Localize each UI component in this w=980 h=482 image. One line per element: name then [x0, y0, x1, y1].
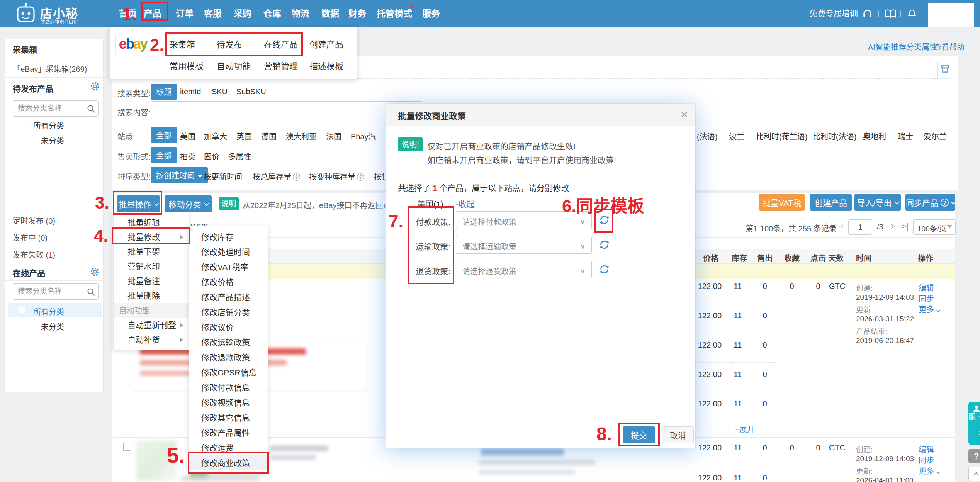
pagination-first-button[interactable]: |< — [825, 222, 832, 231]
menu-item-pending[interactable]: 待发布 — [217, 37, 242, 50]
store-filter-button[interactable] — [937, 61, 953, 77]
gear-icon[interactable] — [90, 266, 100, 277]
nav-item-services[interactable]: 服务 — [422, 0, 440, 27]
help-circle-icon[interactable]: ? — [293, 173, 300, 181]
submenu-modify-business-policy[interactable]: 修改商业政策 — [189, 455, 268, 470]
import-export-button[interactable]: 导入/导出 — [854, 194, 901, 211]
site-ebay-motors[interactable]: Ebay汽 — [351, 131, 376, 142]
sync-link[interactable]: 同步 — [919, 454, 934, 465]
sidebar-tree-all-categories-online[interactable]: 所有分类 — [33, 306, 64, 317]
sidebar-tree-uncategorized-online[interactable]: 未分类 — [41, 321, 64, 332]
online-category-search-input[interactable] — [13, 283, 99, 300]
search-type-title-chip[interactable]: 标题 — [151, 84, 177, 100]
cancel-button[interactable]: 取消 — [662, 426, 694, 443]
search-icon[interactable] — [87, 104, 96, 114]
sidebar-item-publishing[interactable]: 发布中 (0) — [13, 232, 48, 243]
pagination-page-input[interactable] — [848, 219, 872, 235]
sync-link[interactable]: 同步 — [919, 293, 934, 304]
sort-total-stock[interactable]: 按总库存量? — [253, 171, 300, 182]
tree-collapse-toggle[interactable]: − — [19, 307, 25, 313]
sidebar-item-ebay-collect[interactable]: 「eBay」采集箱(269) — [13, 63, 87, 74]
sidebar-tree-uncategorized[interactable]: 未分类 — [41, 135, 64, 146]
nav-item-finance[interactable]: 财务 — [348, 0, 366, 27]
menu-item-marketing[interactable]: 营销管理 — [264, 59, 298, 71]
submenu-modify-vat[interactable]: 修改VAT税率 — [189, 260, 268, 275]
submenu-modify-handling-time[interactable]: 修改处理时间 — [189, 244, 268, 260]
site-all-chip[interactable]: 全部 — [151, 127, 177, 143]
menu-item-batch-modify[interactable]: 批量修改 — [114, 230, 189, 244]
sidebar-item-publish-failed[interactable]: 发布失败 (1) — [13, 249, 55, 260]
site-france[interactable]: 法国 — [326, 131, 341, 142]
sync-template-icon[interactable] — [599, 264, 610, 275]
bell-icon[interactable] — [907, 8, 917, 19]
menu-item-watermark[interactable]: 营销水印 — [114, 259, 189, 274]
view-help-link[interactable]: 查看帮助 — [934, 41, 965, 52]
menu-item-batch-delete[interactable]: 批量删除 — [114, 289, 189, 303]
training-link[interactable]: 免费专属培训 — [809, 0, 858, 27]
site-austria[interactable]: 奥地利 — [863, 131, 886, 142]
site-us[interactable]: 美国 — [180, 131, 195, 142]
sync-template-icon[interactable] — [599, 239, 610, 250]
search-type-sku[interactable]: SKU — [212, 87, 228, 96]
sell-multi[interactable]: 多属性 — [228, 151, 251, 162]
nav-item-hosting[interactable]: 托管模式 — [377, 0, 412, 27]
submenu-modify-gpsr[interactable]: 修改GPSR信息 — [189, 365, 268, 380]
site-canada[interactable]: 加拿大 — [204, 131, 227, 142]
collapse-link[interactable]: -收起 — [456, 198, 475, 209]
submenu-modify-freight[interactable]: 修改运费 — [189, 440, 268, 455]
search-type-subsku[interactable]: SubSKU — [236, 87, 266, 96]
help-circle-icon[interactable]: ? — [357, 173, 364, 181]
help-float-button[interactable]: ? — [968, 449, 980, 463]
tree-collapse-toggle[interactable]: − — [19, 120, 25, 127]
edit-link[interactable]: 编辑 — [919, 282, 934, 293]
nav-item-purchase[interactable]: 采购 — [234, 0, 251, 27]
search-icon[interactable] — [87, 287, 96, 297]
menu-item-collect-box[interactable]: 采集箱 — [170, 37, 195, 50]
batch-operation-button[interactable]: 批量操作 — [117, 195, 160, 212]
more-link[interactable]: 更多 — [919, 465, 939, 476]
submenu-modify-shipping-policy[interactable]: 修改运输政策 — [189, 335, 268, 350]
more-link[interactable]: 更多 — [919, 304, 939, 315]
sell-all-chip[interactable]: 全部 — [151, 147, 177, 163]
sync-product-button[interactable]: 同步产品? — [905, 194, 955, 211]
sidebar-tree-all-categories[interactable]: 所有分类 — [33, 120, 64, 131]
pagination-prev-button[interactable]: < — [839, 222, 844, 231]
nav-item-product[interactable]: 产品 — [144, 0, 161, 27]
site-ireland[interactable]: 爱尔兰 — [924, 131, 947, 142]
sort-update-time[interactable]: 按更新时间 — [204, 171, 242, 182]
close-icon[interactable]: × — [681, 107, 688, 122]
nav-item-service[interactable]: 客服 — [204, 0, 222, 27]
nav-item-data[interactable]: 数据 — [321, 0, 339, 27]
row-checkbox[interactable] — [123, 443, 131, 451]
account-area-blurred[interactable] — [928, 3, 974, 27]
customer-service-button[interactable]: 咨询客服 — [968, 402, 980, 445]
menu-item-auto-functions[interactable]: 自动功能 — [217, 59, 251, 71]
site-switzerland[interactable]: 瑞士 — [898, 131, 913, 142]
menu-item-create-product[interactable]: 创建产品 — [309, 37, 343, 50]
site-belgium-nl[interactable]: 比利时(荷兰语) — [756, 131, 807, 142]
menu-item-auto-restock[interactable]: 自动补货 — [114, 333, 189, 347]
site-uk[interactable]: 英国 — [236, 131, 252, 142]
book-icon[interactable] — [885, 9, 896, 19]
site-australia[interactable]: 澳大利亚 — [286, 131, 317, 142]
headset-icon[interactable] — [862, 8, 873, 19]
site-belgium-fr[interactable]: 比利时(法语) — [813, 131, 856, 142]
expand-variants-link[interactable]: +展开 — [735, 423, 755, 434]
menu-item-description-templates[interactable]: 描述模板 — [309, 59, 343, 71]
submenu-modify-stock[interactable]: 修改库存 — [189, 229, 268, 244]
submenu-modify-attributes[interactable]: 修改产品属性 — [189, 425, 268, 440]
sort-create-time-chip[interactable]: 按创建时间 — [151, 167, 208, 183]
return-policy-select[interactable]: 请选择退货政策∨ — [456, 261, 592, 278]
menu-item-batch-delist[interactable]: 批量下架 — [114, 244, 189, 259]
create-product-button[interactable]: 创建产品 — [810, 194, 852, 211]
sort-variant-stock[interactable]: 按变种库存量? — [309, 171, 364, 182]
site-fragment-french[interactable]: (法语) — [697, 131, 717, 142]
submenu-modify-description[interactable]: 修改产品描述 — [189, 290, 268, 305]
edit-link[interactable]: 编辑 — [919, 443, 934, 455]
pagination-last-button[interactable]: >| — [902, 222, 909, 231]
submenu-modify-other-info[interactable]: 修改其它信息 — [189, 410, 268, 425]
shipping-policy-select[interactable]: 请选择运输政策∨ — [456, 236, 592, 254]
nav-item-logistics[interactable]: 物流 — [292, 0, 309, 27]
menu-item-auto-relist[interactable]: 自动重新刊登 — [114, 318, 189, 333]
site-germany[interactable]: 德国 — [261, 131, 277, 142]
